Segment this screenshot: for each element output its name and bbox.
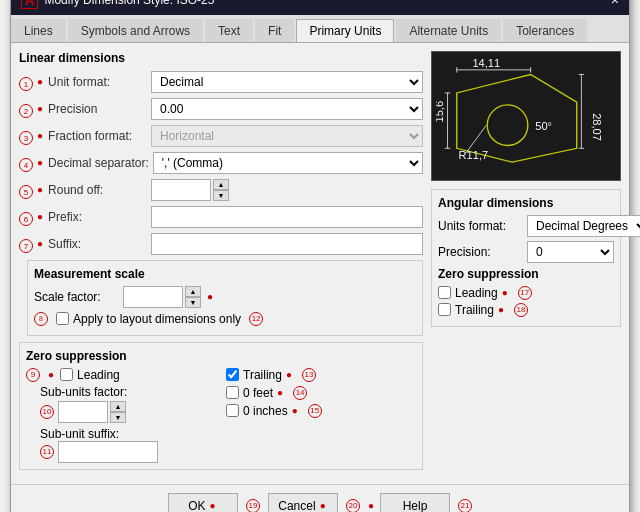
svg-text:14,11: 14,11: [472, 57, 500, 69]
zero-feet-row: 0 feet ● 14: [226, 386, 416, 400]
badge-04: 4: [19, 158, 33, 172]
bottom-buttons-area: OK ● 19 Cancel ● 20 ● Help 21: [11, 484, 629, 513]
badge-11: 11: [40, 445, 54, 459]
linear-dimensions-title: Linear dimensions: [19, 51, 423, 65]
zero-suppression-title: Zero suppression: [26, 349, 416, 363]
decimal-separator-row: 4 ● Decimal separator: ',' (Comma): [19, 152, 423, 179]
sub-unit-suffix-input[interactable]: [58, 441, 158, 463]
badge-01: 1: [19, 77, 33, 91]
help-area: ● Help 21: [368, 493, 472, 513]
sub-unit-suffix-label: Sub-unit suffix:: [40, 427, 216, 441]
suffix-row: 7 ● Suffix:: [19, 233, 423, 260]
angular-leading-checkbox[interactable]: [438, 286, 451, 299]
angular-trailing-label: Trailing: [455, 303, 494, 317]
leading-row: 9 ● Leading: [26, 368, 216, 382]
badge-07: 7: [19, 239, 33, 253]
angular-units-format-select[interactable]: Decimal Degrees: [527, 215, 640, 237]
scale-factor-btns: ▲ ▼: [185, 286, 201, 308]
badge-17: 17: [518, 286, 532, 300]
leading-label: Leading: [77, 368, 120, 382]
unit-format-select[interactable]: Decimal: [151, 71, 423, 93]
round-off-spinner-btns: ▲ ▼: [213, 179, 229, 201]
sub-units-up[interactable]: ▲: [110, 401, 126, 412]
prefix-input[interactable]: [151, 206, 423, 228]
fraction-format-group: ● Fraction format: Horizontal: [37, 125, 423, 147]
zero-inches-checkbox[interactable]: [226, 404, 239, 417]
precision-label: ● Precision: [37, 102, 147, 116]
zero-suppression-section: Zero suppression 9 ● Leading Sub-units f…: [19, 342, 423, 470]
angular-leading-row: Leading ● 17: [438, 286, 614, 300]
apply-layout-label: Apply to layout dimensions only: [73, 312, 241, 326]
badge-15: 15: [308, 404, 322, 418]
leading-checkbox[interactable]: [60, 368, 73, 381]
badge-13: 13: [302, 368, 316, 382]
zero-inches-label: 0 inches: [243, 404, 288, 418]
close-button[interactable]: ×: [611, 0, 619, 8]
tab-alternate-units[interactable]: Alternate Units: [396, 19, 501, 42]
decimal-separator-select[interactable]: ',' (Comma): [153, 152, 423, 174]
badge-20: 20: [346, 499, 360, 513]
round-off-label: ● Round off:: [37, 183, 147, 197]
sub-units-factor-label: Sub-units factor:: [40, 385, 216, 399]
scale-down[interactable]: ▼: [185, 297, 201, 308]
round-off-down[interactable]: ▼: [213, 190, 229, 201]
tab-symbols-arrows[interactable]: Symbols and Arrows: [68, 19, 203, 42]
svg-text:28,07: 28,07: [591, 113, 603, 141]
apply-layout-checkbox[interactable]: [56, 312, 69, 325]
prefix-label: ● Prefix:: [37, 210, 147, 224]
dialog: A Modify Dimension Style: ISO-25 × Lines…: [10, 0, 630, 512]
tab-bar: Lines Symbols and Arrows Text Fit Primar…: [11, 15, 629, 43]
sub-units-factor-row: 10 100 ▲ ▼: [40, 401, 216, 423]
angular-trailing-row: Trailing ● 18: [438, 303, 614, 317]
tab-primary-units[interactable]: Primary Units: [296, 19, 394, 42]
sub-unit-suffix-area: Sub-unit suffix: 11: [40, 427, 216, 463]
sub-unit-suffix-row: 11: [40, 441, 216, 463]
scale-up[interactable]: ▲: [185, 286, 201, 297]
trailing-checkbox[interactable]: [226, 368, 239, 381]
fraction-format-select[interactable]: Horizontal: [151, 125, 423, 147]
scale-factor-input[interactable]: 1: [123, 286, 183, 308]
scale-factor-row: Scale factor: 1 ▲ ▼ ●: [34, 286, 416, 308]
right-panel: 14,11 28,07 15,6 50° R11,7: [431, 51, 621, 476]
decimal-separator-group: ● Decimal separator: ',' (Comma): [37, 152, 423, 174]
angular-trailing-checkbox[interactable]: [438, 303, 451, 316]
tab-lines[interactable]: Lines: [11, 19, 66, 42]
angular-precision-label: Precision:: [438, 245, 523, 259]
trailing-label: Trailing: [243, 368, 282, 382]
svg-text:50°: 50°: [535, 119, 552, 131]
fraction-format-row: 3 ● Fraction format: Horizontal: [19, 125, 423, 152]
angular-precision-row: Precision: 0: [438, 241, 614, 263]
cancel-button[interactable]: Cancel ●: [268, 493, 338, 513]
scale-bullet: ●: [207, 291, 213, 302]
tab-text[interactable]: Text: [205, 19, 253, 42]
help-button[interactable]: Help: [380, 493, 450, 513]
cad-preview-box: 14,11 28,07 15,6 50° R11,7: [431, 51, 621, 181]
sub-units-down[interactable]: ▼: [110, 412, 126, 423]
unit-format-label: ● Unit format:: [37, 75, 147, 89]
tab-fit[interactable]: Fit: [255, 19, 294, 42]
precision-select[interactable]: 0.00: [151, 98, 423, 120]
fraction-format-label: ● Fraction format:: [37, 129, 147, 143]
tab-tolerances[interactable]: Tolerances: [503, 19, 587, 42]
badge-03: 3: [19, 131, 33, 145]
round-off-up[interactable]: ▲: [213, 179, 229, 190]
round-off-input[interactable]: 0: [151, 179, 211, 201]
round-off-spinner: 0 ▲ ▼: [151, 179, 229, 201]
scale-factor-label: Scale factor:: [34, 290, 119, 304]
angular-dimensions-title: Angular dimensions: [438, 196, 614, 210]
badge-06: 6: [19, 212, 33, 226]
suffix-group: ● Suffix:: [37, 233, 423, 255]
ok-button[interactable]: OK ●: [168, 493, 238, 513]
svg-text:R11,7: R11,7: [459, 149, 489, 161]
prefix-group: ● Prefix:: [37, 206, 423, 228]
bullet-unit: ●: [37, 76, 43, 87]
badge-10: 10: [40, 405, 54, 419]
suffix-input[interactable]: [151, 233, 423, 255]
zero-feet-checkbox[interactable]: [226, 386, 239, 399]
suffix-label: ● Suffix:: [37, 237, 147, 251]
sub-units-input[interactable]: 100: [58, 401, 108, 423]
prefix-row: 6 ● Prefix:: [19, 206, 423, 233]
app-logo: A: [21, 0, 38, 9]
angular-precision-select[interactable]: 0: [527, 241, 614, 263]
title-bar: A Modify Dimension Style: ISO-25 ×: [11, 0, 629, 15]
